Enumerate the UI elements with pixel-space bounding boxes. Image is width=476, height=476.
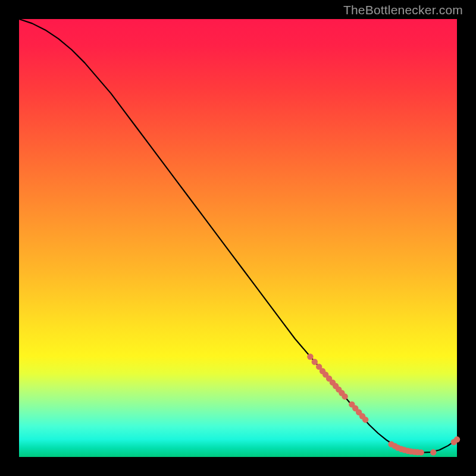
plot-gradient-area	[19, 19, 457, 457]
attribution-text: TheBottlenecker.com	[343, 3, 463, 17]
chart-container: TheBottlenecker.com	[0, 0, 476, 476]
